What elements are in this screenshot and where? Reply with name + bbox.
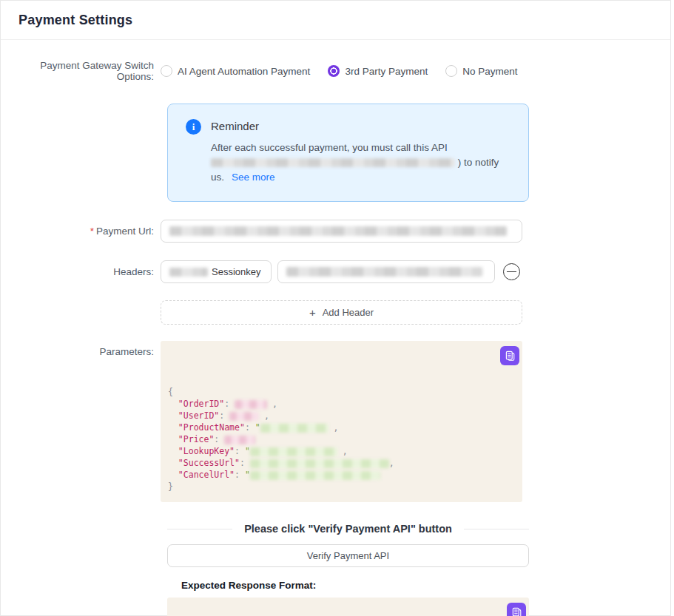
add-header-button[interactable]: + Add Header	[161, 300, 522, 325]
redacted-value	[224, 436, 255, 444]
reminder-alert: i Reminder After each successful payment…	[167, 104, 529, 202]
radio-label: 3rd Party Payment	[345, 66, 428, 77]
parameters-label: Parameters:	[17, 341, 161, 357]
redacted-value	[260, 424, 328, 433]
radio-3rd-party-payment[interactable]: 3rd Party Payment	[328, 65, 428, 77]
see-more-link[interactable]: See more	[232, 172, 275, 183]
verify-payment-api-button[interactable]: Verify Payment API	[167, 544, 529, 567]
payment-settings-card: Payment Settings Payment Gateway Switch …	[0, 0, 671, 616]
gateway-switch-label: Payment Gateway Switch Options:	[17, 60, 161, 82]
redacted-value	[250, 471, 380, 480]
reminder-line2: ) to notify	[211, 155, 516, 170]
response-code-block: { "Data": { "URL": "https://checkout.str…	[167, 598, 529, 616]
plus-icon: +	[309, 306, 316, 319]
header-value-input[interactable]	[277, 260, 495, 283]
gateway-switch-row: Payment Gateway Switch Options: AI Agent…	[17, 60, 670, 82]
payment-url-label: *Payment Url:	[17, 226, 161, 237]
page-title: Payment Settings	[18, 13, 132, 28]
copy-icon[interactable]	[507, 603, 526, 616]
header-key-text: Sessionkey	[212, 266, 260, 277]
content: Payment Gateway Switch Options: AI Agent…	[1, 60, 670, 616]
copy-icon[interactable]	[500, 346, 519, 365]
expected-response-wrap: { "Data": { "URL": "https://checkout.str…	[167, 598, 670, 616]
radio-no-payment[interactable]: No Payment	[445, 65, 517, 77]
headers-label: Headers:	[17, 266, 161, 277]
reminder-body: Reminder After each successful payment, …	[211, 119, 516, 185]
reminder-title: Reminder	[211, 120, 516, 132]
headers-row: Headers: Sessionkey	[17, 260, 670, 283]
redacted-payment-url-value	[169, 226, 507, 236]
radio-checked-icon[interactable]	[328, 65, 340, 77]
add-header-row: + Add Header	[17, 300, 670, 325]
verify-divider: Please click "Verify Payment API" button	[167, 523, 529, 535]
redacted-header-value	[286, 267, 482, 277]
redacted-value	[229, 412, 259, 421]
radio-label: AI Agent Automation Payment	[178, 66, 310, 77]
radio-label: No Payment	[462, 66, 517, 77]
radio-ai-agent-automation-payment[interactable]: AI Agent Automation Payment	[161, 65, 310, 77]
redacted-api-url	[211, 158, 455, 167]
redacted-value	[235, 400, 267, 409]
redacted-header-key-prefix	[169, 268, 208, 277]
remove-header-icon[interactable]	[503, 263, 520, 280]
reminder-line1: After each successful payment, you must …	[211, 141, 516, 155]
reminder-text: After each successful payment, you must …	[211, 141, 516, 185]
required-asterisk: *	[90, 226, 94, 237]
expected-response-label: Expected Response Format:	[181, 580, 670, 591]
redacted-value	[250, 459, 389, 468]
radio-unchecked-icon[interactable]	[445, 65, 457, 77]
payment-url-row: *Payment Url:	[17, 220, 670, 243]
parameters-code-block: { "OrderID": , "UserID": , "ProductName"…	[161, 341, 522, 502]
header-key-input[interactable]: Sessionkey	[161, 260, 272, 283]
info-icon: i	[186, 119, 201, 135]
radio-unchecked-icon[interactable]	[161, 65, 172, 77]
verify-divider-text: Please click "Verify Payment API" button	[244, 523, 452, 535]
payment-url-input[interactable]	[161, 220, 522, 243]
gateway-radio-group: AI Agent Automation Payment 3rd Party Pa…	[161, 65, 517, 77]
reminder-line3: us.See more	[211, 170, 516, 185]
parameters-row: Parameters: { "OrderID": , "UserID": , "…	[17, 341, 670, 502]
page-header: Payment Settings	[1, 1, 670, 40]
redacted-value	[250, 447, 337, 456]
